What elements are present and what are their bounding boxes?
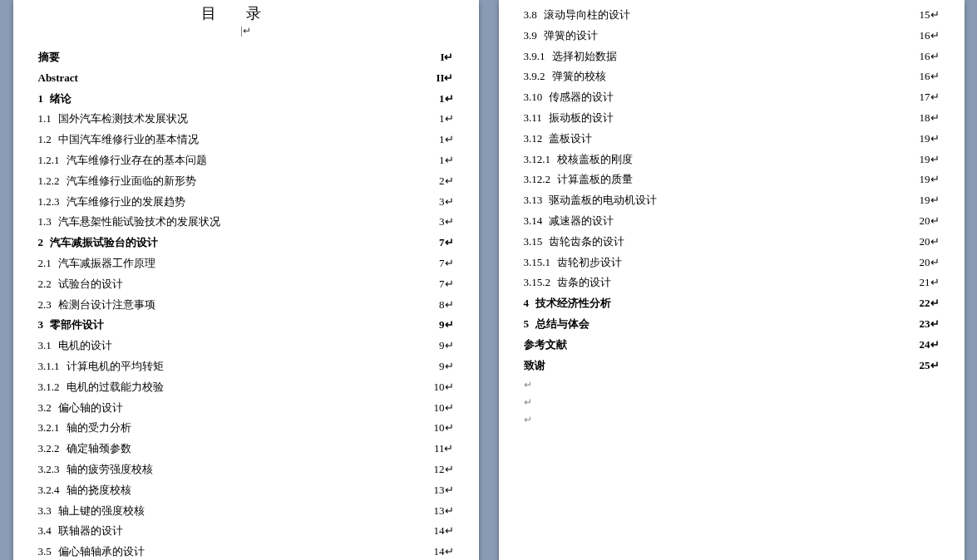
toc-entry[interactable]: 参考文献24↵ <box>524 336 940 354</box>
toc-text: 检测台设计注意事项 <box>58 297 155 314</box>
toc-entry[interactable]: 1.2.2汽车维修行业面临的新形势2↵ <box>38 173 454 190</box>
toc-text: 汽车减振试验台的设计 <box>50 234 158 252</box>
toc-text: 摘要 <box>38 49 60 66</box>
toc-entry[interactable]: 3.13驱动盖板的电动机设计19↵ <box>524 192 940 209</box>
toc-entry[interactable]: 3.11振动板的设计18↵ <box>524 110 940 127</box>
toc-entry[interactable]: 3.2.1轴的受力分析10↵ <box>38 420 454 437</box>
toc-entry[interactable]: 1绪论1↵ <box>38 91 454 108</box>
toc-number: 3.5 <box>38 543 58 560</box>
toc-text: 中国汽车维修行业的基本情况 <box>58 131 199 149</box>
toc-text: 总结与体会 <box>535 316 590 333</box>
toc-number: 3.1.2 <box>38 379 67 396</box>
toc-number: 3.12.1 <box>524 151 558 169</box>
toc-entry[interactable]: 2.2试验台的设计7↵ <box>38 276 454 293</box>
toc-entry[interactable]: 3.15.2齿条的设计21↵ <box>524 274 940 292</box>
toc-entry[interactable]: 3.2.2确定轴颈参数11↵ <box>38 440 454 458</box>
toc-number: 3.11 <box>524 110 549 127</box>
toc-text: 技术经济性分析 <box>535 295 611 312</box>
toc-list-right: 3.8滚动导向柱的设计15↵3.9弹簧的设计16↵3.9.1选择初始数据16↵3… <box>524 7 940 374</box>
toc-number: 3.1.1 <box>38 358 67 376</box>
toc-page-number: I↵ <box>437 49 453 66</box>
toc-entry[interactable]: 3.4联轴器的设计14↵ <box>38 523 454 540</box>
toc-number: 3.9.1 <box>524 48 552 66</box>
toc-page-number: 22↵ <box>916 295 940 312</box>
toc-number: 3.2.4 <box>38 482 67 499</box>
toc-entry[interactable]: 1.3汽车悬架性能试验技术的发展状况3↵ <box>38 214 454 231</box>
toc-entry[interactable]: 2.1汽车减振器工作原理7↵ <box>38 255 454 273</box>
toc-page-number: 16↵ <box>916 68 940 86</box>
toc-text: 参考文献 <box>524 336 567 354</box>
toc-entry[interactable]: 3.14减速器的设计20↵ <box>524 213 940 230</box>
toc-text: Abstract <box>38 70 78 87</box>
toc-entry[interactable]: 3.2.4轴的挠度校核13↵ <box>38 482 454 499</box>
toc-entry[interactable]: 1.2.3汽车维修行业的发展趋势3↵ <box>38 194 454 211</box>
toc-text: 汽车维修行业面临的新形势 <box>67 173 196 190</box>
toc-entry[interactable]: 3.5偏心轴轴承的设计14↵ <box>38 543 454 560</box>
toc-number: 3.2.3 <box>38 461 67 479</box>
toc-entry[interactable]: 1.2中国汽车维修行业的基本情况1↵ <box>38 131 454 149</box>
toc-entry[interactable]: 3零部件设计9↵ <box>38 317 454 334</box>
toc-text: 计算电机的平均转矩 <box>67 358 164 376</box>
toc-number: 3.10 <box>524 89 550 106</box>
toc-entry[interactable]: 1.1国外汽车检测技术发展状况1↵ <box>38 111 454 128</box>
toc-entry[interactable]: 致谢25↵ <box>524 357 940 375</box>
toc-number: 1.2 <box>38 131 58 149</box>
toc-number: 3 <box>38 317 51 334</box>
toc-page-number: 1↵ <box>436 131 454 149</box>
toc-entry[interactable]: 3.2.3轴的疲劳强度校核12↵ <box>38 461 454 479</box>
toc-page-number: 10↵ <box>431 420 454 437</box>
toc-number: 3.12.2 <box>524 171 558 189</box>
toc-text: 轴上键的强度校核 <box>58 503 145 520</box>
toc-entry[interactable]: 2汽车减振试验台的设计7↵ <box>38 234 454 252</box>
toc-entry[interactable]: 3.1电机的设计9↵ <box>38 337 454 355</box>
toc-page-number: 1↵ <box>436 91 454 108</box>
page-right: 3.8滚动导向柱的设计15↵3.9弹簧的设计16↵3.9.1选择初始数据16↵3… <box>499 0 965 560</box>
toc-text: 减速器的设计 <box>549 213 614 230</box>
toc-page-number: 10↵ <box>431 379 454 396</box>
toc-number: 3.2 <box>38 400 58 417</box>
toc-text: 偏心轴的设计 <box>58 400 123 417</box>
toc-text: 盖板设计 <box>549 130 592 148</box>
toc-entry[interactable]: 3.9.2弹簧的校核16↵ <box>524 68 940 86</box>
toc-number: 3.2.1 <box>38 420 67 437</box>
toc-number: 5 <box>524 316 536 333</box>
toc-entry[interactable]: 2.3检测台设计注意事项8↵ <box>38 297 454 314</box>
toc-entry[interactable]: 3.10传感器的设计17↵ <box>524 89 940 106</box>
toc-page-number: 20↵ <box>916 213 940 230</box>
toc-page-number: 7↵ <box>436 234 454 252</box>
toc-entry[interactable]: 4技术经济性分析22↵ <box>524 295 940 312</box>
toc-text: 校核盖板的刚度 <box>557 151 633 169</box>
toc-entry[interactable]: 3.1.1计算电机的平均转矩9↵ <box>38 358 454 376</box>
toc-entry[interactable]: 3.2偏心轴的设计10↵ <box>38 400 454 417</box>
toc-entry[interactable]: 3.8滚动导向柱的设计15↵ <box>524 7 940 24</box>
toc-page-number: 9↵ <box>436 317 454 334</box>
toc-number: 2 <box>38 234 51 252</box>
toc-entry[interactable]: 3.9弹簧的设计16↵ <box>524 27 940 45</box>
toc-page-number: 9↵ <box>436 337 454 355</box>
toc-page-number: 10↵ <box>431 400 454 417</box>
toc-page-number: 16↵ <box>916 27 940 45</box>
paragraph-mark <box>524 379 940 391</box>
toc-number: 3.15.2 <box>524 274 558 292</box>
toc-text: 试验台的设计 <box>58 276 123 293</box>
toc-number: 1 <box>38 91 51 108</box>
toc-entry[interactable]: 3.15齿轮齿条的设计20↵ <box>524 233 940 251</box>
toc-entry[interactable]: 摘要I↵ <box>38 49 454 66</box>
toc-entry[interactable]: 3.1.2电机的过载能力校验10↵ <box>38 379 454 396</box>
toc-text: 国外汽车检测技术发展状况 <box>58 111 188 128</box>
toc-entry[interactable]: 3.3轴上键的强度校核13↵ <box>38 503 454 520</box>
toc-text: 轴的挠度校核 <box>67 482 131 499</box>
toc-text: 选择初始数据 <box>552 48 617 66</box>
toc-entry[interactable]: 1.2.1汽车维修行业存在的基本问题1↵ <box>38 152 454 169</box>
toc-entry[interactable]: 5总结与体会23↵ <box>524 316 940 333</box>
toc-entry[interactable]: 3.15.1齿轮初步设计20↵ <box>524 254 940 272</box>
toc-page-number: 18↵ <box>916 110 940 127</box>
toc-page-number: 20↵ <box>916 233 940 251</box>
toc-entry[interactable]: 3.12.1校核盖板的刚度19↵ <box>524 151 940 169</box>
toc-entry[interactable]: 3.12.2计算盖板的质量19↵ <box>524 171 940 189</box>
toc-entry[interactable]: 3.9.1选择初始数据16↵ <box>524 48 940 66</box>
toc-number: 1.2.1 <box>38 152 67 169</box>
cursor-mark: |↵ <box>38 25 454 37</box>
toc-entry[interactable]: AbstractII↵ <box>38 70 454 87</box>
toc-entry[interactable]: 3.12盖板设计19↵ <box>524 130 940 148</box>
